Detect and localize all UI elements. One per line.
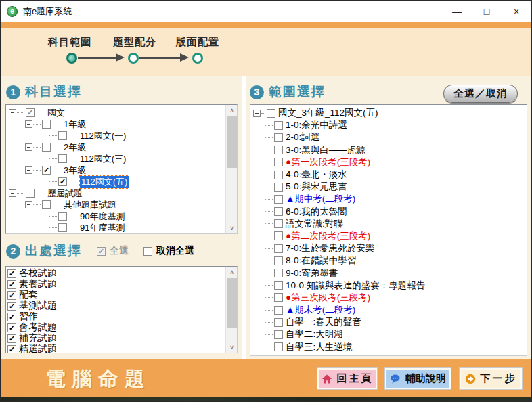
- tree-expander-icon[interactable]: [9, 109, 16, 116]
- range-item-checkbox[interactable]: [274, 318, 283, 327]
- subject-tree-item[interactable]: 歷屆試題: [6, 187, 236, 199]
- range-tree-item[interactable]: ●第三次段考(三段考): [253, 292, 527, 304]
- tree-checkbox[interactable]: [42, 200, 51, 209]
- tree-checkbox[interactable]: [58, 212, 67, 221]
- range-tree-item[interactable]: 6-0:我的太魯閣: [253, 206, 527, 218]
- deselect-all-checkbox-group[interactable]: 取消全選: [143, 245, 194, 257]
- tree-checkbox[interactable]: [58, 223, 67, 232]
- subject-tree-scrollbar[interactable]: ∧ ∨: [225, 105, 237, 233]
- range-tree-item[interactable]: 3-0:黑與白——虎鯨: [253, 144, 527, 156]
- select-toggle-all-button[interactable]: 全選／取消: [443, 85, 518, 103]
- scrollbar-thumb[interactable]: [227, 116, 237, 168]
- source-list-item[interactable]: ✓各校試題: [7, 268, 237, 279]
- range-item-checkbox[interactable]: [274, 231, 283, 240]
- scroll-down-icon[interactable]: ∨: [226, 223, 238, 233]
- subject-tree-item[interactable]: 2年級: [6, 141, 236, 153]
- deselect-all-checkbox[interactable]: [143, 247, 152, 256]
- range-tree-item[interactable]: 語文常識:對聯: [253, 218, 527, 230]
- range-tree-item[interactable]: ▲期中考(二段考): [253, 193, 527, 205]
- range-item-checkbox[interactable]: [274, 121, 283, 130]
- source-item-checkbox[interactable]: ✓: [7, 302, 16, 311]
- scroll-up-icon[interactable]: ∧: [226, 105, 238, 116]
- source-item-checkbox[interactable]: ✓: [7, 323, 16, 332]
- source-item-checkbox[interactable]: ✓: [7, 280, 16, 289]
- tree-checkbox[interactable]: [42, 120, 51, 129]
- subject-tree-item[interactable]: 1年級: [6, 118, 236, 130]
- source-item-checkbox[interactable]: ✓: [7, 334, 16, 343]
- range-item-checkbox[interactable]: [274, 195, 283, 204]
- range-item-checkbox[interactable]: [274, 244, 283, 253]
- source-list-item[interactable]: ✓基測試題: [7, 300, 237, 311]
- range-tree-item[interactable]: 9-0:寄弟墨書: [253, 267, 527, 279]
- source-list-scrollbar[interactable]: ∧ ∨: [225, 267, 237, 353]
- source-list-item[interactable]: ✓會考試題: [7, 322, 237, 333]
- source-list-item[interactable]: ✓習作: [7, 311, 237, 322]
- range-item-checkbox[interactable]: [274, 306, 283, 315]
- help-button[interactable]: 輔助說明: [385, 368, 451, 389]
- tree-checkbox[interactable]: ✓: [58, 177, 67, 186]
- range-item-checkbox[interactable]: [274, 281, 283, 290]
- range-tree-item[interactable]: 2-0:詞選: [253, 131, 527, 143]
- range-tree-item[interactable]: 5-0:與宋元思書: [253, 181, 527, 193]
- range-tree-item[interactable]: ●第二次段考(三段考): [253, 230, 527, 242]
- range-tree-item[interactable]: 自學三:人生逆境: [253, 341, 527, 353]
- subject-tree-item[interactable]: ✓國文: [6, 107, 236, 118]
- range-item-checkbox[interactable]: [274, 293, 283, 302]
- close-button[interactable]: ×: [502, 1, 531, 22]
- tree-checkbox[interactable]: [58, 131, 67, 140]
- subject-tree-item[interactable]: 91年度基測: [6, 222, 236, 233]
- tree-checkbox[interactable]: ✓: [42, 166, 51, 175]
- subject-tree-item[interactable]: ✓112國文(五): [6, 176, 236, 187]
- tree-expander-icon[interactable]: [9, 189, 16, 197]
- maximize-button[interactable]: □: [472, 1, 502, 22]
- range-tree-item[interactable]: ▲期末考(二段考): [253, 304, 527, 316]
- source-list-item[interactable]: ✓素養試題: [7, 279, 237, 290]
- range-item-checkbox[interactable]: [274, 146, 283, 154]
- subject-tree-item[interactable]: 112國文(三): [6, 153, 236, 164]
- source-item-checkbox[interactable]: ✓: [7, 345, 16, 354]
- tree-checkbox[interactable]: [42, 143, 51, 152]
- range-item-checkbox[interactable]: [274, 207, 283, 216]
- range-tree-item[interactable]: 8-0:在錯誤中學習: [253, 254, 527, 267]
- range-tree-item[interactable]: 1-0:余光中詩選: [253, 119, 527, 131]
- select-all-checkbox[interactable]: ✓: [97, 247, 106, 256]
- source-item-checkbox[interactable]: ✓: [7, 313, 16, 321]
- tree-expander-icon[interactable]: [25, 143, 32, 151]
- tree-expander-icon[interactable]: [25, 120, 32, 128]
- range-item-checkbox[interactable]: [274, 183, 283, 192]
- select-all-checkbox-group[interactable]: ✓ 全選: [97, 245, 129, 257]
- tree-checkbox[interactable]: [26, 189, 35, 198]
- range-item-checkbox[interactable]: [274, 133, 283, 142]
- source-list-item[interactable]: ✓配套: [7, 290, 237, 300]
- range-tree-item[interactable]: 10-0:知識與表達的盛宴：專題報告: [253, 280, 527, 292]
- range-item-checkbox[interactable]: [274, 256, 283, 265]
- range-item-checkbox[interactable]: [274, 171, 283, 179]
- source-list-item[interactable]: ✓補充試題: [7, 333, 237, 344]
- range-item-checkbox[interactable]: [274, 330, 283, 339]
- range-item-checkbox[interactable]: [274, 269, 283, 277]
- subject-tree-item[interactable]: 112國文(一): [6, 130, 236, 141]
- range-item-checkbox[interactable]: [274, 219, 283, 228]
- range-tree-item[interactable]: 7-0:生於憂患死於安樂: [253, 242, 527, 254]
- range-tree-root[interactable]: 國文_3年級_112國文(五): [253, 107, 527, 119]
- tree-checkbox[interactable]: ✓: [26, 108, 35, 117]
- scrollbar-thumb[interactable]: [227, 278, 237, 328]
- subject-tree-item[interactable]: 其他題庫試題: [6, 199, 236, 210]
- subject-tree-item[interactable]: 90年度基測: [6, 210, 236, 222]
- tree-checkbox[interactable]: [58, 154, 67, 163]
- source-item-checkbox[interactable]: ✓: [7, 291, 16, 300]
- tree-expander-icon[interactable]: [253, 110, 261, 117]
- scroll-down-icon[interactable]: ∨: [226, 342, 238, 353]
- range-tree-item[interactable]: ●第一次段考(三段考): [253, 156, 527, 169]
- subject-tree-item[interactable]: ✓3年級: [6, 164, 236, 176]
- scroll-up-icon[interactable]: ∧: [226, 267, 238, 277]
- source-list-item[interactable]: ✓精選試題: [7, 344, 237, 353]
- tree-expander-icon[interactable]: [25, 201, 32, 208]
- range-tree-item[interactable]: 自學二:大明湖: [253, 328, 527, 340]
- source-item-checkbox[interactable]: ✓: [7, 269, 16, 278]
- minimize-button[interactable]: —: [442, 1, 472, 22]
- tree-expander-icon[interactable]: [25, 166, 32, 174]
- home-button[interactable]: 回主頁: [317, 368, 377, 389]
- range-item-checkbox[interactable]: [274, 342, 283, 351]
- range-tree-item[interactable]: 4-0:臺北・淡水: [253, 169, 527, 181]
